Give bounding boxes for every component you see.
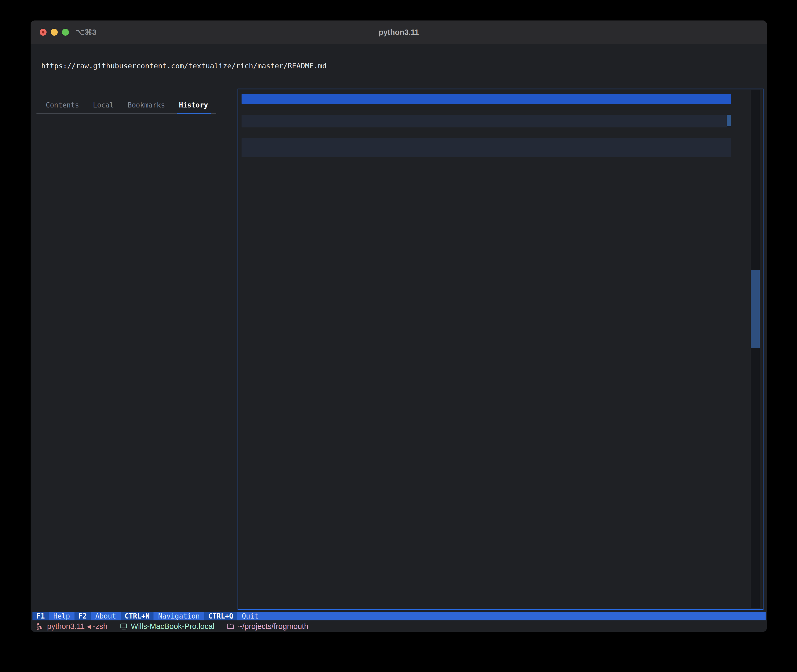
close-button[interactable]: [40, 29, 46, 36]
tab-local[interactable]: Local: [93, 101, 114, 109]
tab-history[interactable]: History: [179, 101, 208, 109]
footer-key-bar: F1 Help F2 About CTRL+N Navigation CTRL+…: [32, 612, 766, 621]
status-bar: python3.11 ◂ -zsh Wills-MacBook-Pro.loca…: [36, 621, 767, 632]
status-host: Wills-MacBook-Pro.local: [120, 622, 214, 631]
tab-bookmarks[interactable]: Bookmarks: [128, 101, 165, 109]
document-panel: [238, 89, 763, 610]
minimize-button[interactable]: [51, 29, 58, 36]
frogmouth-app: https://raw.githubusercontent.com/textua…: [30, 44, 767, 632]
status-session: python3.11 ◂ -zsh: [36, 622, 107, 631]
status-session-text: python3.11 ◂ -zsh: [47, 622, 107, 631]
url-input[interactable]: https://raw.githubusercontent.com/textua…: [41, 61, 326, 72]
window-shortcut: ⌥⌘3: [75, 21, 96, 44]
page-scrollbar-thumb[interactable]: [751, 270, 760, 348]
key-ctrl-q-label[interactable]: Quit: [237, 612, 766, 621]
desktop: { "window": { "title": "python3.11", "sh…: [0, 0, 797, 672]
code-scrollbar-thumb[interactable]: [727, 115, 731, 126]
terminal-window: ⌥⌘3 python3.11 https://raw.githubusercon…: [30, 21, 767, 632]
tabs-underline: [37, 113, 216, 114]
key-f2[interactable]: F2: [75, 612, 91, 621]
key-f1[interactable]: F1: [32, 612, 49, 621]
key-ctrl-n[interactable]: CTRL+N: [121, 612, 154, 621]
code-scrollbar[interactable]: [727, 115, 731, 128]
sidebar-tabs: Contents Local Bookmarks History: [46, 101, 208, 109]
status-directory: ~/projects/frogmouth: [227, 622, 308, 631]
key-f2-label[interactable]: About: [91, 612, 120, 621]
branch-icon: [36, 622, 44, 630]
status-host-text: Wills-MacBook-Pro.local: [131, 622, 214, 631]
folder-icon: [227, 622, 235, 630]
code-block-console-example: [242, 115, 731, 128]
key-ctrl-q[interactable]: CTRL+Q: [204, 612, 237, 621]
active-tab-indicator: [177, 113, 211, 114]
key-f1-label[interactable]: Help: [49, 612, 75, 621]
tab-contents[interactable]: Contents: [46, 101, 79, 109]
zoom-button[interactable]: [62, 29, 69, 36]
window-title: python3.11: [30, 21, 767, 44]
document-content: [242, 90, 747, 166]
title-bar: ⌥⌘3 python3.11: [30, 21, 767, 44]
traffic-lights: [40, 29, 69, 36]
section-heading-bar[interactable]: [242, 94, 731, 104]
monitor-icon: [120, 622, 128, 630]
status-directory-text: ~/projects/frogmouth: [238, 622, 308, 631]
code-block-emoji-example: [242, 138, 731, 157]
page-scrollbar[interactable]: [751, 90, 760, 608]
key-ctrl-n-label[interactable]: Navigation: [154, 612, 204, 621]
